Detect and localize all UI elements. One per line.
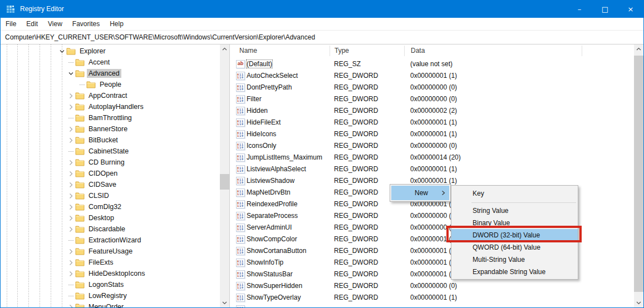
column-header-data[interactable]: Data (411, 47, 425, 54)
menu-help[interactable]: Help (105, 18, 129, 30)
column-separator[interactable] (404, 46, 405, 56)
folder-icon (75, 92, 85, 100)
submenu-item-dword-32-bit-value[interactable]: DWORD (32-bit) Value (451, 229, 578, 241)
expander-expand-icon[interactable] (66, 303, 75, 307)
list-row-jumplistitems-maximum[interactable]: 011110JumpListItems_MaximumREG_DWORD0x00… (233, 152, 634, 163)
value-type: REG_DWORD (334, 282, 378, 290)
submenu-item-multi-string-value[interactable]: Multi-String Value (451, 254, 578, 266)
column-header-type[interactable]: Type (335, 47, 349, 54)
list-row-hideicons[interactable]: 011110HideIconsREG_DWORD0x00000001 (1) (233, 128, 634, 140)
list-row-iconsonly[interactable]: 011110IconsOnlyREG_DWORD0x00000000 (0) (233, 140, 634, 152)
context-menu-item-new[interactable]: New (391, 186, 449, 200)
list-row-listviewalphaselect[interactable]: 011110ListviewAlphaSelectREG_DWORD0x0000… (233, 163, 634, 175)
list-row-filter[interactable]: 011110FilterREG_DWORD0x00000000 (0) (233, 93, 634, 105)
dword-value-icon: 011110 (236, 95, 245, 103)
list-row-showsuperhidden[interactable]: 011110ShowSuperHiddenREG_DWORD0x00000000… (233, 280, 634, 292)
minimize-button[interactable]: – (567, 1, 592, 18)
expander-expand-icon[interactable] (66, 192, 75, 200)
tree-item-cabinetstate[interactable]: CabinetState (1, 146, 220, 157)
list-scrollbar-thumb[interactable] (634, 56, 643, 292)
menu-favorites[interactable]: Favorites (67, 18, 105, 30)
tree-item-advanced[interactable]: Advanced (1, 68, 220, 79)
expander-expand-icon[interactable] (66, 247, 75, 255)
tree-connector-stub (66, 147, 75, 155)
expander-expand-icon[interactable] (66, 270, 75, 277)
list-row-showtypeoverlay[interactable]: 011110ShowTypeOverlayREG_DWORD0x00000001… (233, 292, 634, 304)
tree-scrollbar-thumb[interactable] (220, 174, 229, 190)
tree-item-menuorder[interactable]: MenuOrder (1, 301, 220, 307)
dword-value-icon: 011110 (236, 259, 245, 267)
expander-expand-icon[interactable] (66, 225, 75, 233)
close-button[interactable]: × (618, 1, 643, 18)
tree-item-bamthrottling[interactable]: BamThrottling (1, 112, 220, 123)
folder-icon (75, 214, 85, 222)
tree-item-lowregistry[interactable]: LowRegistry (1, 290, 220, 301)
tree-item-fileexts[interactable]: FileExts (1, 257, 220, 268)
scroll-up-icon[interactable] (220, 44, 229, 54)
tree-item-hidedesktopicons[interactable]: HideDesktopIcons (1, 268, 220, 279)
submenu-item-expandable-string-value[interactable]: Expandable String Value (451, 266, 578, 278)
tree-item-label: LogonStats (87, 280, 125, 289)
tree-item-explorer[interactable]: Explorer (1, 46, 220, 57)
menu-file[interactable]: File (1, 18, 21, 30)
folder-icon (75, 69, 85, 77)
tree-item-people[interactable]: People (1, 79, 220, 90)
tree-item-cd-burning[interactable]: CD Burning (1, 157, 220, 168)
expander-expand-icon[interactable] (66, 214, 75, 222)
list-row-autocheckselect[interactable]: 011110AutoCheckSelectREG_DWORD0x00000001… (233, 70, 634, 82)
expander-expand-icon[interactable] (66, 203, 75, 211)
expander-expand-icon[interactable] (66, 158, 75, 166)
folder-icon (75, 225, 85, 233)
column-separator[interactable] (582, 46, 582, 56)
submenu-item-string-value[interactable]: String Value (451, 205, 578, 217)
expander-collapse-icon[interactable] (57, 47, 66, 55)
tree-item-cidopen[interactable]: CIDOpen (1, 168, 220, 179)
scroll-up-icon[interactable] (634, 44, 643, 54)
tree-item-extractionwizard[interactable]: ExtractionWizard (1, 235, 220, 246)
folder-icon (75, 192, 85, 200)
menu-view[interactable]: View (43, 18, 67, 30)
tree-item-label: LowRegistry (87, 291, 129, 300)
expander-expand-icon[interactable] (66, 136, 75, 144)
scroll-down-icon[interactable] (634, 298, 643, 307)
tree-item-bitbucket[interactable]: BitBucket (1, 135, 220, 146)
scroll-down-icon[interactable] (220, 298, 229, 307)
tree-item-logonstats[interactable]: LogonStats (1, 279, 220, 290)
tree-item-comdlg32[interactable]: ComDlg32 (1, 201, 220, 212)
expander-expand-icon[interactable] (66, 170, 75, 177)
tree-scrollbar[interactable] (220, 44, 229, 307)
expander-expand-icon[interactable] (66, 103, 75, 111)
column-header-name[interactable]: Name (239, 47, 257, 54)
tree-item-desktop[interactable]: Desktop (1, 212, 220, 223)
list-row-hidden[interactable]: 011110HiddenREG_DWORD0x00000002 (2) (233, 105, 634, 117)
list-row-default[interactable]: ab(Default)REG_SZ(value not set) (233, 58, 634, 70)
value-type: REG_DWORD (334, 259, 378, 266)
tree-item-clsid[interactable]: CLSID (1, 190, 220, 201)
tree-item-bannerstore[interactable]: BannerStore (1, 123, 220, 135)
tree-item-autoplayhandlers[interactable]: AutoplayHandlers (1, 101, 220, 112)
dword-value-icon: 011110 (236, 177, 245, 185)
submenu-item-binary-value[interactable]: Binary Value (451, 217, 578, 229)
tree-item-appcontract[interactable]: AppContract (1, 90, 220, 101)
value-data: 0x00000001 (1) (410, 247, 457, 255)
list-scrollbar[interactable] (634, 44, 643, 307)
list-row-hidefileext[interactable]: 011110HideFileExtREG_DWORD0x00000001 (1) (233, 117, 634, 128)
expander-expand-icon[interactable] (66, 125, 75, 133)
submenu-item-key[interactable]: Key (451, 187, 578, 201)
submenu-item-qword-64-bit-value[interactable]: QWORD (64-bit) Value (451, 241, 578, 254)
tree-item-cidsave[interactable]: CIDSave (1, 179, 220, 190)
tree-item-featureusage[interactable]: FeatureUsage (1, 246, 220, 257)
dword-value-icon: 011110 (236, 83, 245, 92)
value-data: 0x00000000 (0) (410, 83, 457, 91)
list-row-dontprettypath[interactable]: 011110DontPrettyPathREG_DWORD0x00000000 … (233, 82, 634, 93)
expander-expand-icon[interactable] (66, 259, 75, 266)
expander-expand-icon[interactable] (66, 92, 75, 100)
expander-expand-icon[interactable] (66, 181, 75, 188)
expander-collapse-icon[interactable] (66, 69, 75, 77)
column-separator[interactable] (330, 46, 330, 56)
menu-edit[interactable]: Edit (21, 18, 43, 30)
maximize-button[interactable]: □ (592, 1, 618, 18)
address-bar[interactable]: Computer\HKEY_CURRENT_USER\SOFTWARE\Micr… (1, 31, 643, 44)
tree-item-discardable[interactable]: Discardable (1, 223, 220, 235)
tree-item-accent[interactable]: Accent (1, 57, 220, 68)
